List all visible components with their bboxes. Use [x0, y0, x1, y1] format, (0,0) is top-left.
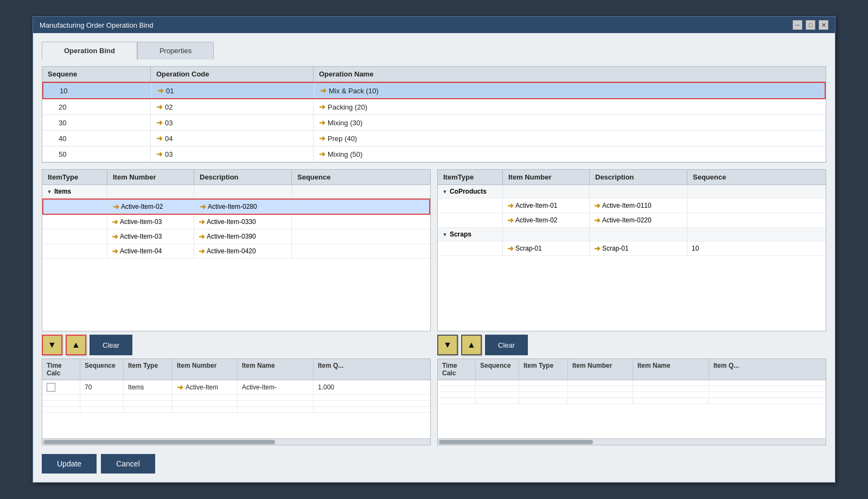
- left-col-itemtype: ItemType: [42, 170, 107, 184]
- tree-item-row[interactable]: ➜Active-Item-03 ➜Active-Item-0330: [42, 215, 430, 229]
- tab-bar: Operation Bind Properties: [42, 42, 826, 60]
- tree-item-row[interactable]: ➜Scrap-01 ➜Scrap-01 10: [438, 241, 826, 256]
- item-type-cell: [43, 200, 108, 214]
- opcode-cell: ➜01: [152, 83, 315, 98]
- item-type-cell: [438, 241, 503, 255]
- left-dh-itemname: Item Name: [238, 359, 314, 380]
- minimize-button[interactable]: ─: [793, 20, 802, 30]
- tab-properties[interactable]: Properties: [137, 42, 214, 60]
- timecalc-cell: [42, 380, 80, 394]
- left-scrollbar[interactable]: [42, 438, 430, 445]
- description-cell: ➜Active-Item-0220: [590, 213, 687, 227]
- update-button[interactable]: Update: [42, 454, 97, 474]
- operation-row[interactable]: 50 ➜03 ➜Mixing (50): [42, 146, 826, 162]
- left-scrollbar-thumb[interactable]: [43, 440, 275, 444]
- left-col-seq: Sequence: [292, 170, 346, 184]
- right-col-desc: Description: [590, 170, 687, 184]
- right-up-button[interactable]: ▲: [461, 335, 482, 355]
- right-button-row: ▼ ▲ Clear: [437, 335, 826, 355]
- item-number-cell: ➜Active-Item-01: [503, 199, 590, 213]
- right-dh-timecalc: Time Calc: [438, 359, 476, 380]
- left-data-header: Time Calc Sequence Item Type Item Number…: [42, 359, 430, 380]
- right-dh-itemname: Item Name: [633, 359, 709, 380]
- right-tree-table: ItemType Item Number Description Sequenc…: [437, 169, 826, 331]
- empty-data-row: [438, 386, 826, 392]
- right-data-header: Time Calc Sequence Item Type Item Number…: [438, 359, 826, 380]
- left-dh-seq: Sequence: [80, 359, 124, 380]
- right-tree-header: ItemType Item Number Description Sequenc…: [438, 170, 826, 185]
- operation-row[interactable]: 10 ➜01 ➜Mix & Pack (10): [42, 82, 826, 99]
- right-scrollbar-thumb[interactable]: [439, 440, 593, 444]
- itemno-cell: ➜Active-Item: [173, 380, 238, 394]
- operation-row[interactable]: 30 ➜03 ➜Mixing (30): [42, 115, 826, 131]
- item-number-cell: ➜Active-Item-04: [107, 244, 194, 258]
- description-cell: ➜Active-Item-0390: [194, 229, 292, 244]
- tab-operation-bind[interactable]: Operation Bind: [42, 42, 137, 60]
- left-tree-header: ItemType Item Number Description Sequenc…: [42, 170, 430, 185]
- tree-item-row[interactable]: ➜Active-Item-03 ➜Active-Item-0390: [42, 229, 430, 244]
- left-data-body: 70 Items ➜Active-Item Active-Item- 1.000: [42, 380, 430, 413]
- main-window: Manufacturing Order Operation Bind ─ □ ✕…: [33, 16, 835, 483]
- seq-cell: [687, 199, 742, 213]
- item-type-cell: [42, 215, 107, 229]
- itemtype-cell: Items: [124, 380, 173, 394]
- right-down-button[interactable]: ▼: [437, 335, 458, 355]
- close-button[interactable]: ✕: [819, 20, 828, 30]
- left-up-button[interactable]: ▲: [66, 335, 86, 355]
- left-dh-itemno: Item Number: [173, 359, 238, 380]
- left-col-desc: Description: [194, 170, 292, 184]
- tree-item-row[interactable]: ➜Active-Item-02 ➜Active-Item-0280: [42, 199, 430, 215]
- left-col-itemno: Item Number: [107, 170, 194, 184]
- right-dh-itemtype: Item Type: [519, 359, 568, 380]
- seq-cell: 50: [42, 146, 151, 162]
- left-down-button[interactable]: ▼: [42, 335, 62, 355]
- tree-item-row[interactable]: ➜Active-Item-02 ➜Active-Item-0220: [438, 213, 826, 228]
- timecalc-checkbox[interactable]: [47, 383, 55, 392]
- tree-item-row[interactable]: ➜Active-Item-04 ➜Active-Item-0420: [42, 244, 430, 259]
- seq-cell: [292, 244, 346, 258]
- data-row[interactable]: 70 Items ➜Active-Item Active-Item- 1.000: [42, 380, 430, 395]
- right-clear-button[interactable]: Clear: [485, 335, 528, 355]
- left-tree-table: ItemType Item Number Description Sequenc…: [42, 169, 431, 331]
- tree-item-row[interactable]: ➜Active-Item-01 ➜Active-Item-0110: [438, 199, 826, 213]
- right-dh-itemno: Item Number: [568, 359, 633, 380]
- description-cell: ➜Active-Item-0330: [194, 215, 292, 229]
- empty-data-row: [438, 380, 826, 386]
- tree-group-row: ▼Scraps: [438, 228, 826, 241]
- cancel-button[interactable]: Cancel: [101, 454, 155, 474]
- seq-cell: 30: [42, 115, 151, 130]
- right-tree-body: ▼CoProducts ➜Active-Item-01 ➜Active-Item…: [438, 185, 826, 331]
- item-number-cell: ➜Active-Item-02: [503, 213, 590, 227]
- right-data-grid: Time Calc Sequence Item Type Item Number…: [437, 359, 826, 445]
- right-dh-itemqty: Item Q...: [709, 359, 780, 380]
- col-opcode-header: Operation Code: [151, 67, 314, 81]
- footer: Update Cancel: [42, 452, 826, 474]
- seq-cell: [292, 215, 346, 229]
- left-button-row: ▼ ▲ Clear: [42, 335, 431, 355]
- seq-cell: 10: [687, 241, 742, 255]
- itemname-cell: Active-Item-: [238, 380, 314, 394]
- description-cell: ➜Active-Item-0420: [194, 244, 292, 258]
- item-type-cell: [42, 244, 107, 258]
- group-label: ▼CoProducts: [438, 185, 503, 198]
- operation-table-body: 10 ➜01 ➜Mix & Pack (10) 20 ➜02 ➜Packing …: [42, 82, 826, 162]
- right-scrollbar[interactable]: [438, 438, 826, 445]
- operation-row[interactable]: 20 ➜02 ➜Packing (20): [42, 99, 826, 115]
- operation-table: Sequene Operation Code Operation Name 10…: [42, 66, 826, 163]
- col-sequence-header: Sequene: [42, 67, 151, 81]
- empty-data-row: [42, 407, 430, 413]
- col-opname-header: Operation Name: [314, 67, 826, 81]
- bottom-panels: ItemType Item Number Description Sequenc…: [42, 169, 826, 445]
- operation-row[interactable]: 40 ➜04 ➜Prep (40): [42, 131, 826, 146]
- left-clear-button[interactable]: Clear: [90, 335, 132, 355]
- right-col-itemno: Item Number: [503, 170, 590, 184]
- maximize-button[interactable]: □: [806, 20, 815, 30]
- title-bar: Manufacturing Order Operation Bind ─ □ ✕: [33, 17, 835, 33]
- item-type-cell: [438, 213, 503, 227]
- item-number-cell: ➜Scrap-01: [503, 241, 590, 255]
- seq-cell: 40: [42, 131, 151, 146]
- opname-cell: ➜Mixing (50): [314, 146, 826, 162]
- group-label: ▼Items: [42, 185, 107, 198]
- tree-group-row: ▼CoProducts: [438, 185, 826, 199]
- seq-cell: [687, 213, 742, 227]
